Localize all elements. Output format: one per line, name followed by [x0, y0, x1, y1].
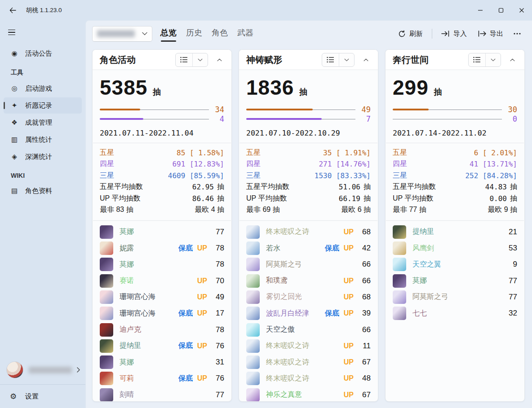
pity-bar-fill [246, 118, 322, 120]
item-avatar [393, 241, 406, 255]
pull-count: 76 [213, 342, 224, 351]
uid-selector-dropdown[interactable] [92, 26, 152, 42]
nav-menu-toggle[interactable] [4, 25, 21, 40]
collapse-card-button[interactable] [359, 53, 372, 66]
back-button[interactable] [5, 3, 20, 18]
stat-label: 最非 83 抽 [100, 205, 133, 215]
active-indicator [4, 102, 5, 109]
export-icon [478, 31, 486, 37]
item-avatar [100, 323, 113, 337]
pity-bar-value: 0 [502, 114, 517, 123]
card-summary: 299 抽 30 0 2021.07.14-2022.11.02 [386, 70, 524, 143]
stat-row: 四星 691 [12.83%] [100, 158, 224, 170]
stat-row: 三星 1530 [83.33%] [246, 170, 371, 182]
minimize-button[interactable] [470, 3, 491, 18]
sidebar-item-属性统计[interactable]: ▥ 属性统计 [4, 132, 82, 148]
total-pulls: 299 [393, 76, 429, 99]
up-badge: UP [344, 391, 354, 399]
stat-row: UP 平均抽数 0.00 抽 [393, 193, 517, 205]
pull-list-item: 终末嗟叹之诗 UP 67 [246, 354, 371, 370]
stat-row: 五星 6 [ 2.01%] [393, 147, 517, 159]
stat-row: UP 平均抽数 66.19 抽 [246, 193, 371, 205]
sidebar-item-settings[interactable]: ⚙ 设置 [0, 385, 85, 408]
list-mode-dropdown-button[interactable] [486, 53, 501, 66]
card-summary: 1836 抽 49 7 2021.07.10-2022.10.29 [239, 70, 378, 143]
guarantee-badge: 保底 [325, 309, 339, 318]
minmax-row: 最非 83 抽 最欧 4 抽 [100, 204, 224, 216]
collapse-card-button[interactable] [213, 53, 226, 66]
pity-bar-value: 7 [355, 114, 371, 123]
date-range: 2021.07.14-2022.11.02 [393, 129, 517, 137]
list-mode-dropdown-button[interactable] [193, 53, 208, 66]
sidebar-item-启动游戏[interactable]: ◎ 启动游戏 [4, 80, 82, 97]
sidebar-item-活动公告[interactable]: ◉ 活动公告 [4, 45, 82, 61]
card-stats: 五星 6 [ 2.01%] 四星 41 [13.71%] 三星 252 [84.… [386, 143, 524, 220]
sidebar-item-深渊统计[interactable]: ◈ 深渊统计 [4, 149, 82, 165]
tab-总览[interactable]: 总览 [160, 25, 177, 43]
item-avatar [393, 258, 406, 271]
item-name: 莫娜 [120, 260, 134, 269]
pity-bars: 30 0 [393, 105, 517, 123]
pity-bars: 49 7 [246, 105, 371, 123]
pity-bars: 34 4 [100, 105, 224, 123]
pull-count: 49 [213, 293, 224, 302]
content-pane: 总览历史角色武器 刷新 导入 导出 角色活动 [85, 20, 532, 408]
pull-list-item: 天空之傲 66 [246, 321, 371, 338]
sidebar-item-成就管理[interactable]: ❖ 成就管理 [4, 114, 82, 131]
tab-角色[interactable]: 角色 [211, 25, 229, 43]
up-badge: UP [344, 293, 354, 301]
user-profile[interactable] [0, 357, 85, 382]
item-name: 天空之翼 [412, 260, 441, 269]
card-header: 神铸赋形 [239, 50, 378, 70]
sidebar-item-角色资料[interactable]: ▤ 角色资料 [4, 183, 82, 199]
list-mode-dropdown-button[interactable] [339, 53, 354, 66]
pull-count: 17 [213, 309, 224, 318]
pull-count: 77 [213, 228, 224, 237]
item-name: 终末嗟叹之诗 [266, 341, 309, 351]
card-title: 奔行世间 [393, 54, 429, 66]
pull-list-item: 妮露 保底 UP 78 [100, 240, 224, 256]
stat-unit: 抽 [510, 182, 517, 192]
pull-count: 78 [213, 244, 224, 253]
stat-unit: 抽 [217, 194, 224, 203]
sidebar: ◉ 活动公告 工具 ◎ 启动游戏 ✦ 祈愿记录 ❖ 成就管理 ▥ 属性统计 ◈ … [0, 20, 85, 408]
tab-历史[interactable]: 历史 [185, 25, 203, 43]
pull-count: 66 [359, 276, 371, 285]
pull-count: 31 [213, 358, 224, 367]
collapse-card-button[interactable] [505, 53, 519, 66]
gacha-banner-card-角色活动: 角色活动 [92, 49, 232, 402]
pity-bar-fill [100, 118, 143, 120]
导入-button[interactable]: 导入 [437, 27, 471, 41]
up-badge: UP [344, 277, 354, 285]
导出-button[interactable]: 导出 [473, 27, 508, 41]
toolbar-action-label: 导出 [490, 30, 503, 38]
stat-value: 66.19 [339, 194, 360, 203]
tab-武器[interactable]: 武器 [236, 25, 254, 43]
sidebar-item-祈愿记录[interactable]: ✦ 祈愿记录 [4, 97, 82, 114]
pull-list-item: 阿莫斯之弓 77 [393, 289, 517, 305]
up-badge: UP [344, 374, 354, 382]
item-name: 波乱月白经津 [266, 309, 309, 318]
pull-count: 77 [505, 276, 517, 285]
list-view-button[interactable] [469, 53, 486, 66]
stat-label: UP 平均抽数 [393, 194, 433, 203]
stat-row: UP 平均抽数 86.46 抽 [100, 193, 224, 205]
pull-list-item: 刻晴 77 [100, 387, 224, 401]
up-badge: UP [197, 309, 207, 317]
item-avatar [100, 388, 113, 401]
sidebar-item-label: 深渊统计 [25, 153, 52, 161]
maximize-button[interactable] [491, 3, 511, 18]
list-view-button[interactable] [322, 53, 339, 66]
item-avatar [100, 225, 113, 239]
close-button[interactable] [511, 3, 532, 18]
刷新-button[interactable]: 刷新 [394, 27, 427, 41]
more-options-button[interactable] [510, 26, 525, 41]
guarantee-badge: 保底 [178, 374, 193, 383]
five-star-item-list: 提纳里 21 风鹰剑 53 天空之翼 9 莫娜 77 阿莫斯之弓 77 七七 [386, 221, 524, 401]
item-name: 风鹰剑 [412, 244, 434, 253]
item-avatar [246, 290, 260, 304]
pull-list-item: 阿莫斯之弓 66 [246, 256, 371, 272]
stat-label: 最非 77 抽 [393, 205, 426, 215]
list-view-button[interactable] [176, 53, 193, 66]
total-pulls: 1836 [246, 76, 294, 99]
